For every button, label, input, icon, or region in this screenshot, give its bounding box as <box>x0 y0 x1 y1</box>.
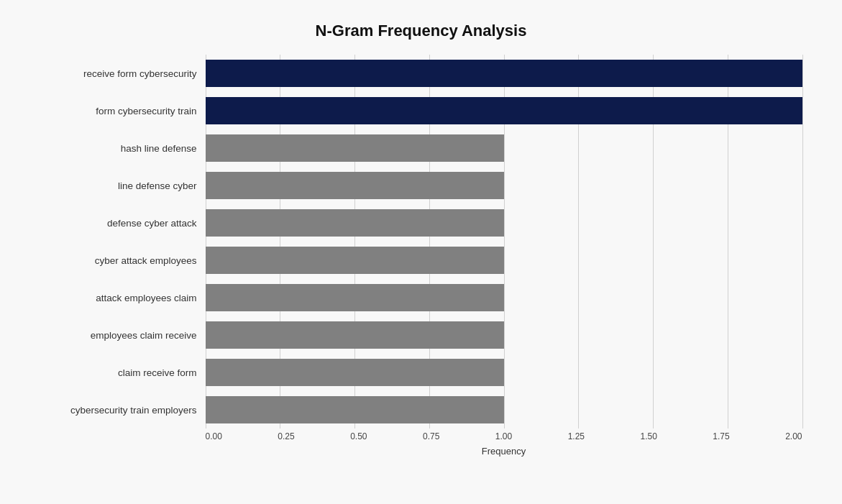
bar-fill <box>206 247 504 274</box>
bar-row <box>206 55 802 92</box>
bar-fill <box>206 134 504 162</box>
bar-row <box>206 316 802 354</box>
bar-fill <box>206 209 504 237</box>
bar-label: receive form cybersecurity <box>40 55 206 92</box>
bar-label: form cybersecurity train <box>40 92 206 129</box>
x-tick-label: 0.50 <box>350 431 367 441</box>
grid-line <box>802 55 803 429</box>
bar-label: cyber attack employees <box>40 242 206 279</box>
bar-row <box>206 354 802 391</box>
bar-fill <box>206 321 504 349</box>
bar-fill <box>206 359 504 386</box>
bar-label: claim receive form <box>40 354 206 391</box>
x-tick-label: 1.50 <box>640 431 656 441</box>
bar-fill <box>206 97 802 124</box>
labels-column: receive form cybersecurityform cybersecu… <box>40 55 206 429</box>
plot-area <box>206 55 802 429</box>
x-tick-label: 1.00 <box>495 431 512 441</box>
bar-label: line defense cyber <box>40 167 206 204</box>
x-tick-label: 2.00 <box>785 431 802 441</box>
x-axis-container: 0.000.250.500.751.001.251.501.752.00 Fre… <box>206 431 802 457</box>
bar-fill <box>206 284 504 311</box>
bar-row <box>206 204 802 242</box>
bar-row <box>206 391 802 429</box>
chart-title: N-Gram Frequency Analysis <box>40 22 802 40</box>
bar-row <box>206 279 802 316</box>
bar-row <box>206 129 802 167</box>
chart-wrapper: receive form cybersecurityform cybersecu… <box>40 55 802 429</box>
bar-row <box>206 92 802 129</box>
x-tick-label: 0.25 <box>278 431 294 441</box>
bar-fill <box>206 60 802 87</box>
x-axis-label: Frequency <box>206 446 802 457</box>
x-tick-label: 1.25 <box>568 431 585 441</box>
bar-row <box>206 242 802 279</box>
x-tick-label: 1.75 <box>713 431 729 441</box>
bar-fill <box>206 396 504 423</box>
x-tick-label: 0.00 <box>206 431 222 441</box>
bar-label: attack employees claim <box>40 279 206 316</box>
x-tick-label: 0.75 <box>423 431 439 441</box>
bar-label: defense cyber attack <box>40 204 206 242</box>
bar-label: cybersecurity train employers <box>40 391 206 429</box>
bar-fill <box>206 172 504 199</box>
chart-container: N-Gram Frequency Analysis receive form c… <box>26 14 817 500</box>
bar-row <box>206 167 802 204</box>
x-axis-ticks: 0.000.250.500.751.001.251.501.752.00 <box>206 431 802 441</box>
bar-label: employees claim receive <box>40 316 206 354</box>
bar-label: hash line defense <box>40 129 206 167</box>
